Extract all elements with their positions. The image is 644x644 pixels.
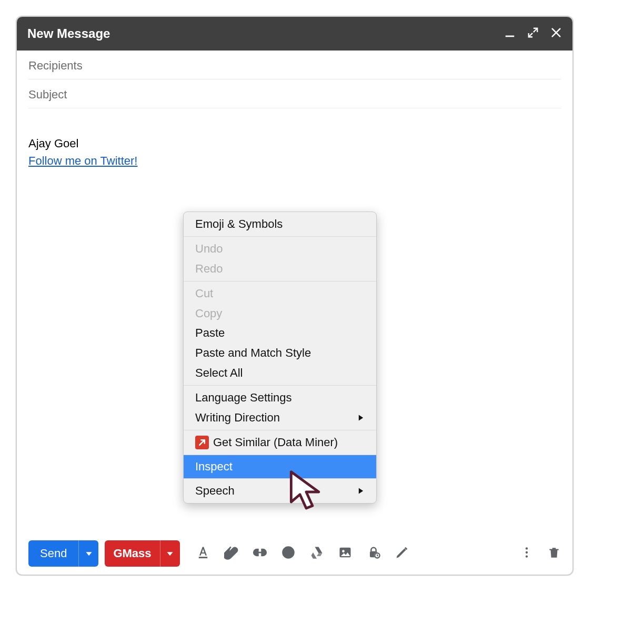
context-menu: Emoji & Symbols Undo Redo Cut Copy Paste… [183, 212, 377, 504]
recipients-field[interactable]: Recipients [28, 51, 561, 79]
titlebar: New Message [17, 17, 572, 51]
svg-point-10 [342, 550, 345, 552]
emoji-icon[interactable] [281, 545, 296, 562]
menu-item-select-all[interactable]: Select All [184, 363, 376, 383]
svg-point-8 [289, 550, 291, 552]
gmass-options-caret[interactable] [160, 540, 180, 567]
signature-name: Ajay Goel [28, 135, 561, 152]
svg-rect-17 [549, 549, 558, 550]
menu-item-redo: Redo [184, 259, 376, 279]
signature-link[interactable]: Follow me on Twitter! [28, 154, 137, 167]
gmass-button[interactable]: GMass [105, 540, 179, 567]
menu-item-speech[interactable]: Speech [184, 481, 376, 501]
menu-item-undo: Undo [184, 239, 376, 259]
link-icon[interactable] [253, 545, 267, 562]
fullscreen-icon[interactable] [527, 27, 539, 41]
menu-item-cut: Cut [184, 284, 376, 304]
send-button[interactable]: Send [28, 540, 98, 567]
menu-item-language-settings[interactable]: Language Settings [184, 388, 376, 408]
send-options-caret[interactable] [78, 540, 98, 567]
confidential-icon[interactable] [366, 545, 381, 562]
window-controls [504, 27, 562, 41]
compose-toolbar: Send GMass [17, 532, 572, 575]
pen-icon[interactable] [395, 545, 409, 562]
menu-item-data-miner[interactable]: Get Similar (Data Miner) [184, 432, 376, 452]
svg-marker-1 [359, 415, 363, 420]
svg-marker-2 [359, 488, 363, 494]
svg-point-6 [283, 547, 294, 558]
svg-marker-3 [86, 552, 92, 556]
attach-icon[interactable] [224, 545, 239, 562]
message-body[interactable]: Ajay Goel Follow me on Twitter! [17, 108, 572, 169]
svg-point-7 [286, 550, 287, 552]
submenu-arrow-icon [357, 482, 365, 499]
menu-item-copy: Copy [184, 304, 376, 324]
image-icon[interactable] [338, 545, 353, 562]
svg-marker-4 [167, 552, 173, 556]
menu-item-emoji-symbols[interactable]: Emoji & Symbols [184, 214, 376, 234]
svg-point-15 [526, 551, 528, 554]
drive-icon[interactable] [309, 545, 324, 562]
submenu-arrow-icon [357, 409, 365, 426]
menu-item-writing-direction[interactable]: Writing Direction [184, 408, 376, 428]
svg-rect-0 [506, 36, 515, 37]
menu-item-inspect[interactable]: Inspect [184, 455, 376, 478]
menu-item-paste-match[interactable]: Paste and Match Style [184, 343, 376, 363]
svg-point-16 [526, 555, 528, 557]
menu-item-paste[interactable]: Paste [184, 323, 376, 343]
close-icon[interactable] [550, 27, 562, 41]
window-title: New Message [27, 26, 110, 41]
format-text-icon[interactable] [196, 545, 210, 562]
subject-field[interactable]: Subject [28, 79, 561, 108]
trash-icon[interactable] [547, 546, 561, 561]
data-miner-icon [195, 436, 209, 449]
header-fields: Recipients Subject [17, 51, 572, 108]
more-icon[interactable] [520, 546, 534, 561]
svg-rect-5 [198, 557, 207, 558]
compose-window: New Message Recipients Subject Ajay Goel… [16, 16, 573, 576]
svg-point-14 [526, 547, 528, 549]
minimize-icon[interactable] [504, 27, 516, 41]
